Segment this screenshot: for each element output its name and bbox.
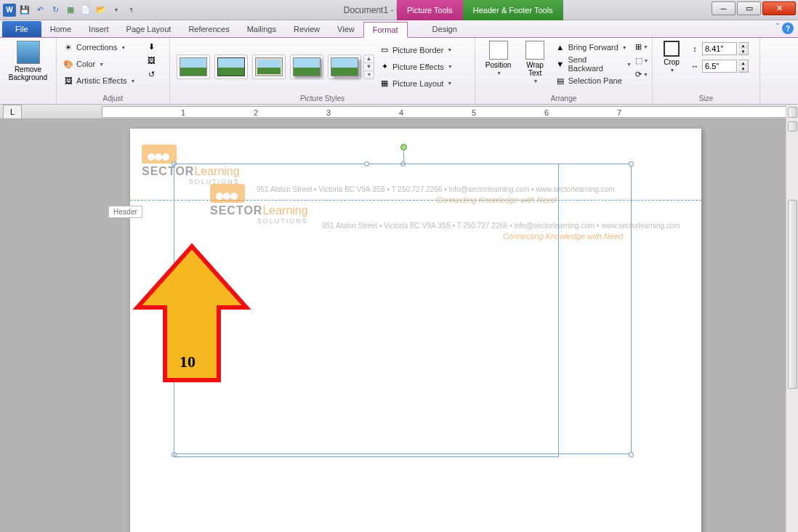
rotate-icon[interactable]: ⟳▼ — [636, 68, 648, 80]
picture-layout-button[interactable]: ▦Picture Layout▼ — [377, 76, 463, 92]
design-tab[interactable]: Design — [424, 21, 466, 37]
bring-forward-button[interactable]: ▲Bring Forward▼ — [553, 39, 633, 55]
compress-icon[interactable]: ⬇ — [145, 41, 157, 52]
style-thumb-2[interactable] — [214, 55, 248, 79]
width-down[interactable]: ▼ — [738, 66, 748, 72]
header-label-tab: Header — [108, 206, 142, 218]
picture-tools-tab-header: Picture Tools — [397, 0, 463, 20]
crop-button[interactable]: Crop▼ — [657, 39, 686, 74]
review-tab[interactable]: Review — [285, 21, 329, 37]
size-label: Size — [657, 94, 755, 104]
minimize-ribbon-icon[interactable]: ˆ — [776, 23, 779, 34]
gallery-down-button[interactable]: ▼ — [364, 63, 374, 71]
picture-effects-button[interactable]: ✦Picture Effects▼ — [377, 59, 463, 75]
minimize-button[interactable]: ─ — [712, 1, 735, 15]
position-icon — [489, 41, 508, 60]
reset-picture-icon[interactable]: ↺ — [145, 68, 157, 80]
layout-icon: ▦ — [379, 78, 390, 89]
contextual-tabs: Picture Tools Header & Footer Tools — [397, 0, 563, 20]
scroll-thumb[interactable] — [788, 200, 797, 389]
adjust-group-label: Adjust — [61, 94, 165, 104]
selection-pane-icon: ▤ — [555, 75, 566, 86]
send-backward-icon: ▼ — [555, 58, 566, 70]
width-up[interactable]: ▲ — [738, 60, 748, 66]
wrap-icon — [525, 41, 544, 60]
title-bar: W 💾 ↶ ↻ ▦ 📄 📂 ▾ ¶ Document1 - Microsoft … — [0, 0, 798, 20]
view-tab[interactable]: View — [329, 21, 363, 37]
gallery-more-button[interactable]: ▾ — [364, 71, 374, 78]
help-icon[interactable]: ? — [782, 23, 794, 34]
position-button[interactable]: Position▼ — [480, 39, 517, 77]
crop-icon — [664, 41, 680, 57]
file-tab[interactable]: File — [2, 21, 41, 37]
gallery-up-button[interactable]: ▲ — [364, 55, 374, 63]
picture-styles-label: Picture Styles — [174, 94, 470, 104]
tab-selector[interactable]: L — [3, 105, 22, 119]
horizontal-ruler[interactable]: 1 2 3 4 5 6 7 — [102, 106, 786, 118]
ruler-bar: L 1 2 3 4 5 6 7 — [0, 105, 798, 119]
bring-forward-icon: ▲ — [555, 41, 566, 53]
home-tab[interactable]: Home — [41, 21, 80, 37]
arrange-label: Arrange — [480, 94, 648, 104]
handle-inner-tm[interactable] — [364, 161, 369, 166]
maximize-button[interactable]: ▭ — [737, 1, 761, 15]
height-field[interactable]: ↕ ▲▼ — [689, 42, 749, 55]
corrections-button[interactable]: ☀Corrections▼ — [61, 39, 142, 55]
style-thumb-3[interactable] — [252, 55, 286, 79]
header-footer-tools-tab-header: Header & Footer Tools — [463, 0, 563, 20]
group-icon[interactable]: ⬚▼ — [636, 55, 648, 66]
insert-tab[interactable]: Insert — [80, 21, 118, 37]
handle-mr[interactable] — [629, 452, 634, 457]
mailings-tab[interactable]: Mailings — [238, 21, 285, 37]
style-thumb-5[interactable] — [328, 55, 361, 79]
wrap-text-button[interactable]: Wrap Text▼ — [520, 39, 549, 85]
ruler-toggle[interactable] — [788, 121, 797, 132]
window-controls: ─ ▭ ✕ — [712, 1, 796, 15]
color-icon: 🎨 — [63, 58, 74, 70]
document-page[interactable]: SECTORLearning SOLUTIONS 951 Alston Stre… — [130, 129, 701, 532]
style-thumb-1[interactable] — [177, 55, 210, 79]
color-button[interactable]: 🎨Color▼ — [61, 56, 142, 72]
references-tab[interactable]: References — [180, 21, 238, 37]
height-icon: ↕ — [689, 43, 701, 55]
vertical-scrollbar[interactable] — [786, 105, 798, 532]
document-area: SECTORLearning SOLUTIONS 951 Alston Stre… — [0, 120, 798, 532]
height-up[interactable]: ▲ — [738, 43, 748, 49]
artistic-effects-button[interactable]: 🖼Artistic Effects▼ — [61, 73, 142, 89]
picture-border-button[interactable]: ▭Picture Border▼ — [377, 42, 463, 58]
style-thumb-4[interactable] — [290, 55, 323, 79]
width-field[interactable]: ↔ ▲▼ — [689, 60, 749, 73]
handle-tr[interactable] — [629, 161, 634, 166]
selection-pane-button[interactable]: ▤Selection Pane — [553, 73, 633, 89]
width-icon: ↔ — [689, 60, 701, 72]
height-input[interactable] — [702, 42, 737, 55]
height-down[interactable]: ▼ — [738, 49, 748, 55]
scroll-up-button[interactable] — [788, 107, 797, 118]
remove-background-icon — [17, 41, 40, 64]
align-icon[interactable]: ⊞▼ — [636, 41, 648, 52]
artistic-icon: 🖼 — [63, 75, 74, 86]
page-layout-tab[interactable]: Page Layout — [118, 21, 180, 37]
ribbon: Remove Background ☀Corrections▼ 🎨Color▼ … — [0, 38, 798, 105]
annotation-arrow: 10 — [130, 242, 254, 396]
format-tab[interactable]: Format — [363, 22, 408, 38]
remove-background-button[interactable]: Remove Background — [4, 39, 52, 83]
corrections-icon: ☀ — [63, 41, 74, 53]
change-picture-icon[interactable]: 🖼 — [145, 55, 157, 66]
style-gallery-nav: ▲ ▼ ▾ — [363, 55, 374, 79]
width-input[interactable] — [702, 60, 737, 73]
send-backward-button[interactable]: ▼Send Backward▼ — [553, 56, 633, 72]
effects-icon: ✦ — [379, 61, 390, 73]
close-button[interactable]: ✕ — [762, 1, 796, 15]
ribbon-tabs: File Home Insert Page Layout References … — [0, 20, 798, 38]
annotation-number: 10 — [180, 352, 196, 371]
border-icon: ▭ — [379, 44, 390, 56]
